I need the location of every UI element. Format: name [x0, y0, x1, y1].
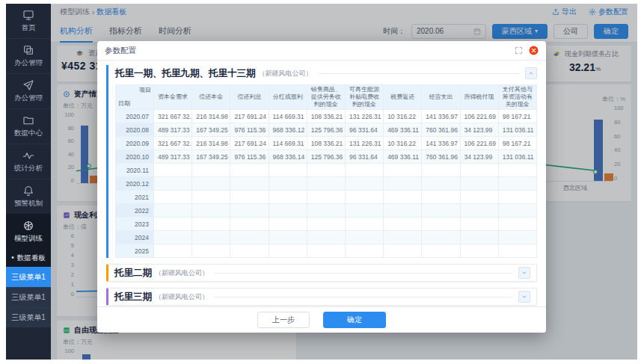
sidebar-item-label: 数据看板	[17, 253, 46, 263]
table-cell	[422, 191, 460, 204]
table-cell	[230, 177, 269, 191]
sidebar-item-label: 首页	[22, 23, 36, 33]
table-cell: 141 336.97	[422, 110, 460, 123]
chevron-down-icon[interactable]	[518, 291, 530, 303]
table-cell: 106 221.69	[460, 110, 498, 123]
sidebar-item-5[interactable]: 预警机制	[6, 179, 51, 214]
modal-title: 参数配置	[105, 46, 136, 56]
table-cell	[460, 231, 498, 244]
table-column-header: 经营支出	[422, 85, 460, 110]
section-tuoli-3[interactable]: 托里三期 （新疆风电公司）	[106, 288, 537, 306]
row-date: 2020.09	[116, 137, 154, 150]
table-cell: 976 115.36	[230, 150, 269, 164]
close-icon[interactable]	[529, 46, 539, 55]
table-column-header: 可再生能源补贴电费收到的现金	[345, 85, 383, 110]
sidebar-item-data-board[interactable]: • 数据看板	[6, 249, 51, 267]
table-row: 2024	[116, 231, 537, 244]
table-cell: 98 167.21	[498, 110, 536, 123]
divider	[215, 273, 512, 274]
table-cell	[345, 164, 383, 177]
table-cell	[230, 204, 269, 218]
table-cell: 131 036.11	[498, 150, 536, 164]
sidebar-item-4[interactable]: 统计分析	[6, 144, 51, 179]
table-cell	[269, 191, 307, 204]
table-cell: 108 336.21	[307, 110, 345, 123]
table-cell: 976 115.36	[230, 123, 269, 137]
table-cell	[384, 164, 422, 177]
send-icon	[22, 79, 34, 91]
table-cell	[384, 191, 422, 204]
sidebar-item-label: 办公管理	[14, 58, 43, 68]
table-cell	[192, 204, 230, 218]
expand-icon[interactable]	[515, 44, 523, 58]
table-cell	[460, 177, 498, 191]
row-date: 2020.12	[116, 177, 154, 191]
table-cell	[269, 231, 307, 244]
table-cell: 489 317.33	[154, 123, 192, 137]
table-row: 2023	[116, 218, 537, 231]
section-tuoli-2[interactable]: 托里二期 （新疆风电公司）	[106, 264, 537, 282]
parameter-table: 项目 日期 资本金需求偿还本金偿还利息分红或股利销售商品、提供劳务收到的现金可再…	[115, 84, 537, 258]
sidebar-third-item-1[interactable]: 三级菜单1	[6, 287, 51, 307]
table-cell	[307, 231, 345, 244]
sidebar-item-3[interactable]: 数据中心	[6, 108, 51, 144]
table-cell	[192, 244, 230, 258]
home-monitor-icon	[22, 9, 34, 21]
table-cell: 131 226.31	[345, 110, 383, 123]
table-cell	[269, 164, 307, 177]
table-cell	[269, 177, 307, 191]
row-date: 2024	[116, 231, 154, 244]
app-root: 首页办公管理办公管理数据中心统计分析预警机制模型训练 • 数据看板 三级菜单1三…	[6, 4, 637, 360]
copy-icon	[22, 44, 34, 56]
table-column-header: 偿还利息	[230, 85, 269, 110]
bullet-icon: •	[11, 254, 14, 262]
table-cell	[345, 218, 383, 231]
table-cell	[230, 231, 269, 244]
prev-step-button[interactable]: 上一步	[257, 312, 310, 328]
table-cell	[307, 204, 345, 218]
table-cell: 10 316.22	[384, 137, 422, 150]
table-cell	[384, 204, 422, 218]
table-cell	[269, 204, 307, 218]
modal-confirm-button[interactable]: 确定	[323, 312, 386, 328]
sidebar-third-item-0[interactable]: 三级菜单1	[6, 267, 51, 287]
table-row: 2020.09321 667 32.89216 314.98217 691.24…	[116, 137, 537, 150]
table-row: 2021	[116, 191, 537, 204]
table-column-header: 销售商品、提供劳务收到的现金	[307, 85, 345, 110]
table-cell: 968 336.14	[269, 150, 307, 164]
table-row: 2020.10489 317.33167 349.25976 115.36968…	[116, 150, 537, 164]
sidebar-item-label: 数据中心	[14, 129, 43, 138]
table-cell	[230, 164, 269, 177]
table-cell	[154, 164, 192, 177]
sidebar-item-0[interactable]: 首页	[6, 4, 51, 38]
table-cell	[307, 244, 345, 258]
sidebar: 首页办公管理办公管理数据中心统计分析预警机制模型训练 • 数据看板 三级菜单1三…	[6, 4, 51, 360]
table-cell	[345, 244, 383, 258]
chevron-up-icon[interactable]	[525, 67, 537, 79]
sidebar-item-2[interactable]: 办公管理	[6, 73, 51, 108]
row-date: 2020.08	[116, 123, 154, 137]
table-cell: 114 669.31	[269, 110, 307, 123]
table-column-header: 偿还本金	[192, 85, 230, 110]
table-cell	[307, 177, 345, 191]
table-cell	[498, 191, 536, 204]
table-cell	[345, 231, 383, 244]
table-cell: 10 316.22	[384, 110, 422, 123]
sidebar-item-1[interactable]: 办公管理	[6, 38, 51, 73]
table-cell: 96 331.64	[345, 123, 383, 137]
table-cell	[345, 204, 383, 218]
sidebar-item-6[interactable]: 模型训练	[6, 214, 51, 249]
table-cell: 108 336.21	[307, 137, 345, 150]
row-date: 2020.07	[116, 110, 154, 123]
sidebar-third-item-2[interactable]: 三级菜单1	[6, 307, 51, 327]
table-cell	[230, 191, 269, 204]
row-date: 2020.10	[116, 150, 154, 164]
table-cell: 167 349.25	[192, 123, 230, 137]
table-cell	[460, 204, 498, 218]
table-corner-cell: 项目 日期	[116, 85, 154, 110]
table-row: 2025	[116, 244, 537, 258]
table-cell: 131 036.11	[498, 123, 536, 137]
chevron-down-icon[interactable]	[518, 267, 530, 279]
table-cell	[154, 177, 192, 191]
table-cell	[345, 191, 383, 204]
